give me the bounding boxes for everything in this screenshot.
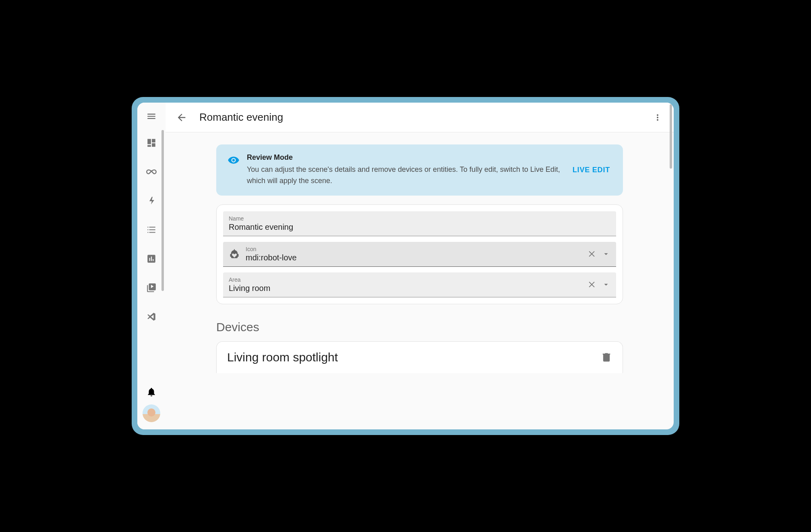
bell-icon bbox=[146, 387, 157, 397]
sidebar-scrollbar[interactable] bbox=[161, 130, 164, 291]
area-clear-button[interactable] bbox=[587, 280, 596, 289]
review-mode-banner: Review Mode You can adjust the scene's d… bbox=[216, 144, 623, 196]
sidebar-nav bbox=[142, 133, 161, 387]
devices-section-title: Devices bbox=[216, 320, 623, 334]
window-frame: Romantic evening Review Mode You can adj… bbox=[132, 97, 679, 435]
content-inner: Review Mode You can adjust the scene's d… bbox=[216, 144, 623, 373]
window-inner: Romantic evening Review Mode You can adj… bbox=[137, 103, 674, 429]
sidebar-item-energy[interactable] bbox=[142, 162, 161, 181]
hamburger-icon bbox=[146, 111, 157, 122]
device-name: Living room spotlight bbox=[227, 351, 595, 364]
sidebar-item-vscode[interactable] bbox=[142, 307, 161, 326]
name-field[interactable]: Name bbox=[223, 211, 616, 236]
live-edit-button[interactable]: LIVE EDIT bbox=[571, 163, 612, 177]
device-delete-button[interactable] bbox=[601, 352, 612, 363]
user-avatar[interactable] bbox=[143, 404, 160, 422]
sidebar-item-dashboard[interactable] bbox=[142, 133, 161, 153]
sidebar-item-statistics[interactable] bbox=[142, 249, 161, 268]
vscode-icon bbox=[146, 311, 157, 322]
chevron-down-icon bbox=[602, 280, 610, 289]
back-button[interactable] bbox=[174, 109, 190, 126]
icon-input[interactable] bbox=[246, 253, 581, 262]
icon-field-label: Icon bbox=[246, 246, 581, 252]
main-scrollbar[interactable] bbox=[670, 104, 672, 169]
main-area: Romantic evening Review Mode You can adj… bbox=[166, 103, 674, 429]
review-banner-text: Review Mode You can adjust the scene's d… bbox=[247, 153, 564, 187]
content: Review Mode You can adjust the scene's d… bbox=[166, 132, 674, 429]
name-field-label: Name bbox=[229, 215, 610, 222]
menu-button[interactable] bbox=[142, 107, 161, 126]
icon-dropdown-button[interactable] bbox=[602, 250, 610, 258]
more-menu-button[interactable] bbox=[650, 109, 666, 126]
trash-icon bbox=[601, 352, 612, 363]
page-title: Romantic evening bbox=[199, 111, 640, 124]
icon-clear-button[interactable] bbox=[587, 250, 596, 258]
flash-icon bbox=[147, 196, 156, 206]
device-row[interactable]: Living room spotlight bbox=[216, 341, 623, 373]
sidebar-item-media[interactable] bbox=[142, 278, 161, 297]
close-icon bbox=[587, 250, 596, 258]
arrow-left-icon bbox=[176, 112, 187, 123]
chevron-down-icon bbox=[602, 250, 610, 258]
area-field[interactable]: Area bbox=[223, 272, 616, 297]
topbar: Romantic evening bbox=[166, 103, 674, 132]
play-box-multiple-icon bbox=[146, 282, 157, 293]
sidebar-item-list[interactable] bbox=[142, 220, 161, 239]
dots-vertical-icon bbox=[653, 113, 662, 122]
infinity-icon bbox=[146, 166, 157, 177]
area-field-label: Area bbox=[229, 276, 581, 283]
eye-icon bbox=[228, 154, 240, 166]
sidebar-item-automations[interactable] bbox=[142, 191, 161, 210]
scene-details-card: Name Icon bbox=[216, 204, 623, 304]
sidebar-bottom bbox=[143, 387, 160, 429]
name-input[interactable] bbox=[229, 223, 610, 232]
review-banner-body: You can adjust the scene's details and r… bbox=[247, 164, 564, 187]
icon-field[interactable]: Icon bbox=[223, 242, 616, 267]
view-dashboard-icon bbox=[146, 138, 157, 148]
poll-box-icon bbox=[146, 254, 157, 264]
area-input[interactable] bbox=[229, 284, 581, 293]
sidebar-item-notifications[interactable] bbox=[146, 387, 157, 397]
close-icon bbox=[587, 280, 596, 289]
list-icon bbox=[146, 225, 157, 235]
review-banner-title: Review Mode bbox=[247, 153, 564, 162]
sidebar bbox=[137, 103, 166, 429]
area-dropdown-button[interactable] bbox=[602, 280, 610, 289]
robot-love-icon bbox=[229, 248, 240, 260]
